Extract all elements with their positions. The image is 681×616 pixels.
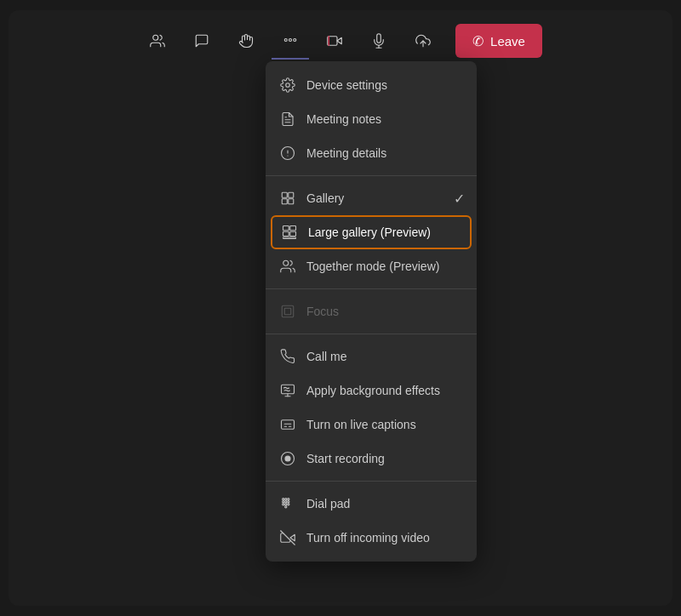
large-gallery-label: Large gallery (Preview) xyxy=(308,225,431,239)
participants-button[interactable] xyxy=(139,22,176,60)
menu-item-focus: Focus xyxy=(266,294,477,328)
bg-effects-label: Apply background effects xyxy=(306,384,440,397)
large-gallery-icon xyxy=(281,224,298,241)
svg-rect-18 xyxy=(289,199,294,204)
leave-label: Leave xyxy=(490,34,525,48)
menu-item-live-captions[interactable]: Turn on live captions xyxy=(266,408,477,442)
settings-icon xyxy=(279,77,296,94)
menu-item-gallery[interactable]: Gallery ✓ xyxy=(266,181,477,215)
mic-icon xyxy=(371,33,386,48)
meeting-details-label: Meeting details xyxy=(306,146,386,160)
svg-point-33 xyxy=(288,499,289,500)
menu-item-start-recording[interactable]: Start recording xyxy=(266,442,477,476)
svg-point-39 xyxy=(288,504,289,505)
more-actions-button[interactable] xyxy=(272,22,309,60)
microphone-button[interactable] xyxy=(360,22,398,60)
raise-hand-button[interactable] xyxy=(227,22,265,60)
meeting-notes-label: Meeting notes xyxy=(306,112,381,126)
call-icon xyxy=(279,348,296,365)
svg-point-0 xyxy=(153,35,158,40)
device-settings-label: Device settings xyxy=(306,78,387,92)
svg-rect-17 xyxy=(282,199,287,204)
turn-off-video-label: Turn off incoming video xyxy=(306,531,430,545)
svg-rect-27 xyxy=(282,385,295,394)
divider-1 xyxy=(266,175,477,176)
svg-rect-26 xyxy=(284,308,291,315)
background-icon xyxy=(279,382,296,399)
chat-icon xyxy=(194,33,209,48)
menu-item-meeting-notes[interactable]: Meeting notes xyxy=(266,102,477,136)
dial-pad-label: Dial pad xyxy=(306,497,350,510)
share-icon xyxy=(415,33,431,48)
call-me-label: Call me xyxy=(306,350,346,363)
svg-point-9 xyxy=(286,83,290,88)
start-recording-label: Start recording xyxy=(306,452,385,465)
focus-label: Focus xyxy=(306,305,339,318)
people-icon xyxy=(150,33,165,48)
svg-point-2 xyxy=(289,39,292,42)
svg-rect-22 xyxy=(290,231,296,236)
svg-point-3 xyxy=(294,39,296,42)
phone-icon: ✆ xyxy=(472,33,484,49)
dialpad-icon xyxy=(279,495,296,512)
share-button[interactable] xyxy=(404,22,442,60)
divider-2 xyxy=(266,288,477,289)
chat-button[interactable] xyxy=(183,22,220,60)
menu-item-meeting-details[interactable]: Meeting details xyxy=(266,136,477,170)
check-icon: ✓ xyxy=(454,191,465,207)
svg-point-24 xyxy=(283,260,289,265)
menu-item-together-mode[interactable]: Together mode (Preview) xyxy=(266,249,477,283)
gallery-icon xyxy=(279,190,296,207)
svg-point-35 xyxy=(285,501,287,503)
notes-icon xyxy=(279,111,296,128)
svg-point-38 xyxy=(285,504,287,505)
svg-point-30 xyxy=(285,456,290,461)
svg-rect-16 xyxy=(289,192,294,197)
menu-item-call-me[interactable]: Call me xyxy=(266,339,477,374)
more-icon xyxy=(283,32,298,48)
screen: ✆ Leave Device settings xyxy=(9,10,672,606)
video-button[interactable] xyxy=(316,22,353,60)
svg-rect-19 xyxy=(283,226,289,231)
together-mode-label: Together mode (Preview) xyxy=(306,260,439,273)
record-icon xyxy=(279,450,296,467)
info-icon xyxy=(279,145,296,162)
dropdown-menu: Device settings Meeting notes xyxy=(266,61,477,562)
svg-rect-15 xyxy=(282,192,287,197)
menu-item-large-gallery[interactable]: Large gallery (Preview) xyxy=(271,215,472,249)
svg-point-31 xyxy=(283,499,284,500)
svg-rect-23 xyxy=(283,237,296,239)
svg-point-34 xyxy=(283,501,284,503)
video-icon xyxy=(327,33,342,48)
svg-rect-20 xyxy=(290,226,296,231)
svg-point-32 xyxy=(285,499,287,500)
leave-button[interactable]: ✆ Leave xyxy=(455,24,542,58)
divider-3 xyxy=(266,334,477,334)
divider-4 xyxy=(266,481,477,482)
gallery-label: Gallery xyxy=(306,191,344,205)
menu-item-device-settings[interactable]: Device settings xyxy=(266,68,477,102)
menu-item-turn-off-video[interactable]: Turn off incoming video xyxy=(266,521,477,555)
menu-item-dial-pad[interactable]: Dial pad xyxy=(266,487,477,521)
svg-point-1 xyxy=(284,39,287,42)
focus-icon xyxy=(279,303,296,320)
svg-rect-21 xyxy=(283,231,289,236)
captions-icon xyxy=(279,416,296,433)
live-captions-label: Turn on live captions xyxy=(306,418,416,431)
together-icon xyxy=(279,258,296,275)
svg-rect-28 xyxy=(282,420,295,430)
svg-point-40 xyxy=(285,506,287,508)
menu-item-bg-effects[interactable]: Apply background effects xyxy=(266,374,477,408)
svg-point-36 xyxy=(288,501,289,503)
hand-icon xyxy=(238,33,254,48)
svg-rect-25 xyxy=(282,305,294,317)
video-off-icon xyxy=(279,529,296,546)
svg-point-37 xyxy=(283,504,284,505)
